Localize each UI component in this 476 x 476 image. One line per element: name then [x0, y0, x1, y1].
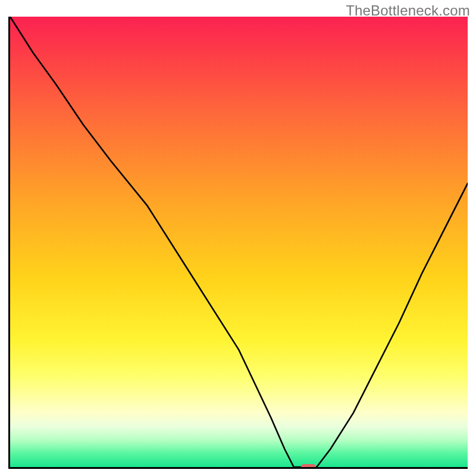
plot-area [8, 17, 468, 469]
chart-container: TheBottleneck.com [0, 0, 476, 476]
bottleneck-curve [10, 17, 468, 467]
optimal-marker [301, 464, 316, 469]
